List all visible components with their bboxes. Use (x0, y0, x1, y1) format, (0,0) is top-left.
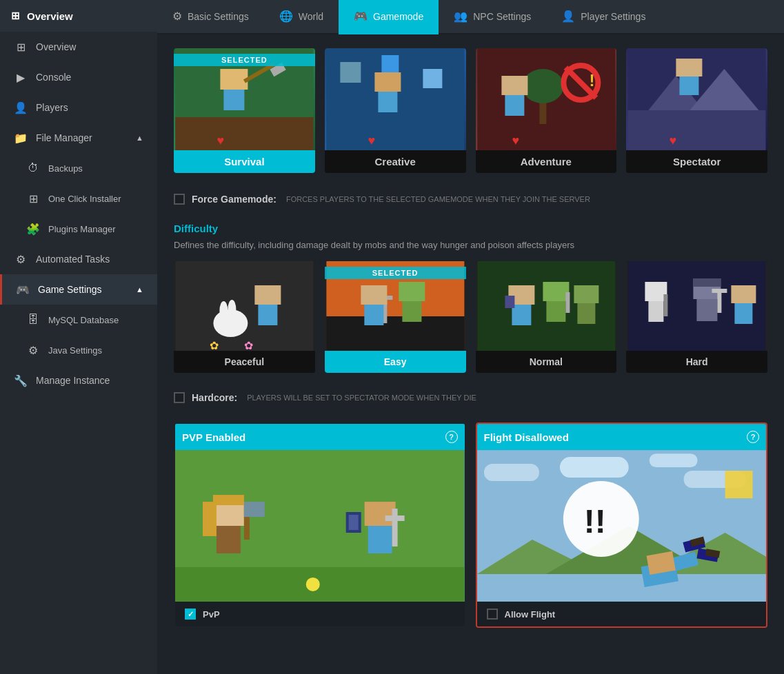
sidebar-item-manage-instance[interactable]: 🔧 Manage Instance (0, 365, 157, 396)
sidebar-item-one-click-installer[interactable]: ⊞ One Click Installer (0, 183, 157, 214)
svg-text:♥: ♥ (217, 134, 224, 147)
pvp-footer-label: PvP (203, 609, 220, 620)
sidebar-item-game-settings[interactable]: 🎮 Game Settings ▲ (0, 274, 157, 305)
peaceful-card-label: Peaceful (174, 351, 315, 373)
sidebar-label-java: Java Settings (48, 345, 102, 356)
difficulty-card-hard[interactable]: Hard (626, 261, 767, 373)
flight-card-footer: Allow Flight (477, 602, 767, 626)
sidebar-label-overview: Overview (36, 41, 76, 52)
normal-image (476, 261, 617, 351)
force-gamemode-checkbox[interactable] (174, 194, 185, 205)
gamemode-card-creative[interactable]: ♥ Creative (325, 48, 466, 173)
svg-rect-80 (392, 509, 398, 547)
svg-rect-81 (385, 515, 405, 521)
player-settings-icon: 👤 (561, 10, 575, 23)
hardcore-checkbox[interactable] (174, 392, 185, 403)
difficulty-card-normal[interactable]: Normal (476, 261, 617, 373)
sidebar-item-mysql-database[interactable]: 🗄 MySQL Database (0, 305, 157, 335)
svg-rect-35 (254, 285, 281, 305)
svg-rect-30 (175, 261, 313, 351)
difficulty-desc: Defines the difficulty, including damage… (174, 240, 767, 250)
sidebar-item-automated-tasks[interactable]: ⚙ Automated Tasks (0, 244, 157, 274)
sidebar-item-file-manager[interactable]: 📁 File Manager ▲ (0, 123, 157, 153)
sidebar-item-console[interactable]: ▶ Console (0, 62, 157, 92)
mysql-icon: 🗄 (26, 313, 40, 327)
sidebar-item-java-settings[interactable]: ⚙ Java Settings (0, 335, 157, 365)
sidebar-label-installer: One Click Installer (48, 194, 121, 204)
svg-rect-62 (694, 278, 721, 287)
svg-rect-46 (361, 285, 387, 305)
tab-player-settings[interactable]: 👤 Player Settings (546, 0, 661, 34)
flight-footer-label: Allow Flight (505, 609, 556, 620)
survival-image: SELECTED ♥ (174, 48, 315, 150)
pvp-checkbox[interactable] (185, 609, 196, 620)
svg-rect-28 (676, 59, 703, 76)
gamemode-card-spectator[interactable]: ♥ Spectator (626, 48, 767, 173)
difficulty-card-peaceful[interactable]: ✿ ✿ Peaceful (174, 261, 315, 373)
tab-npc-settings[interactable]: 👥 NPC Settings (439, 0, 546, 34)
difficulty-card-easy[interactable]: SELECTED (325, 261, 466, 373)
svg-rect-77 (365, 502, 396, 526)
svg-point-33 (228, 300, 236, 319)
basic-settings-icon: ⚙ (172, 10, 182, 23)
tab-bar: ⚙ Basic Settings 🌐 World 🎮 Gamemode 👥 NP… (157, 0, 784, 34)
tab-basic-settings[interactable]: ⚙ Basic Settings (157, 0, 264, 34)
svg-rect-83 (483, 464, 539, 481)
tab-basic-settings-label: Basic Settings (188, 11, 249, 22)
sidebar-item-players[interactable]: 👤 Players (0, 92, 157, 123)
creative-image: ♥ (325, 48, 466, 150)
pvp-card[interactable]: PVP Enabled ? (174, 422, 466, 628)
game-settings-icon: 🎮 (16, 283, 30, 296)
hardcore-row: Hardcore: Players will be set to spectat… (174, 387, 767, 409)
svg-rect-66 (732, 285, 756, 303)
tab-npc-label: NPC Settings (473, 11, 531, 22)
flight-checkbox[interactable] (487, 609, 498, 620)
gamemode-card-survival[interactable]: SELECTED ♥ Survival (174, 48, 315, 173)
svg-text:♥: ♥ (512, 134, 519, 147)
feature-cards-row: PVP Enabled ? (174, 422, 767, 628)
easy-image: SELECTED (325, 261, 466, 351)
flight-card[interactable]: Flight Disallowed ? (476, 422, 768, 628)
tab-player-settings-label: Player Settings (581, 11, 645, 22)
content-area: SELECTED ♥ Survival (157, 34, 784, 674)
svg-rect-87 (725, 471, 752, 498)
svg-rect-73 (203, 502, 217, 536)
svg-rect-86 (649, 453, 697, 467)
sidebar-label-mysql: MySQL Database (48, 315, 119, 325)
pvp-help-icon[interactable]: ? (445, 431, 458, 443)
pvp-card-body (175, 450, 465, 602)
flight-help-icon[interactable]: ? (747, 431, 759, 443)
spectator-card-label: Spectator (626, 150, 767, 173)
svg-text:!!: !! (583, 503, 605, 540)
pvp-card-footer: PvP (175, 602, 465, 626)
sidebar-item-plugins-manager[interactable]: 🧩 Plugins Manager (0, 214, 157, 244)
sidebar-item-overview[interactable]: ⊞ Overview (0, 32, 157, 62)
tab-world[interactable]: 🌐 World (264, 0, 339, 34)
npc-icon: 👥 (454, 10, 468, 23)
overview-icon: ⊞ (14, 40, 28, 54)
svg-rect-40 (326, 316, 464, 351)
difficulty-title: Difficulty (174, 223, 767, 234)
tab-gamemode[interactable]: 🎮 Gamemode (339, 0, 439, 34)
peaceful-image: ✿ ✿ (174, 261, 315, 351)
svg-text:!: ! (589, 71, 594, 90)
normal-card-label: Normal (476, 351, 617, 373)
app-title: Overview (27, 10, 73, 22)
main-area: ⚙ Basic Settings 🌐 World 🎮 Gamemode 👥 NP… (157, 0, 784, 674)
svg-point-69 (306, 578, 320, 591)
svg-rect-21 (501, 76, 527, 95)
adventure-card-label: Adventure (476, 150, 617, 173)
creative-card-label: Creative (325, 150, 466, 173)
backups-icon: ⏱ (26, 161, 40, 175)
sidebar-item-backups[interactable]: ⏱ Backups (0, 153, 157, 183)
svg-point-16 (522, 69, 563, 103)
console-icon: ▶ (14, 70, 28, 84)
manage-icon: 🔧 (14, 374, 28, 387)
gamemode-card-adventure[interactable]: ! ♥ Adventure (476, 48, 617, 173)
force-gamemode-row: Force Gamemode: Forces players to the se… (174, 187, 767, 212)
sidebar-label-console: Console (36, 72, 71, 83)
world-icon: 🌐 (279, 10, 293, 23)
svg-rect-75 (244, 502, 265, 517)
svg-text:✿: ✿ (210, 340, 219, 351)
tab-gamemode-label: Gamemode (373, 11, 423, 22)
